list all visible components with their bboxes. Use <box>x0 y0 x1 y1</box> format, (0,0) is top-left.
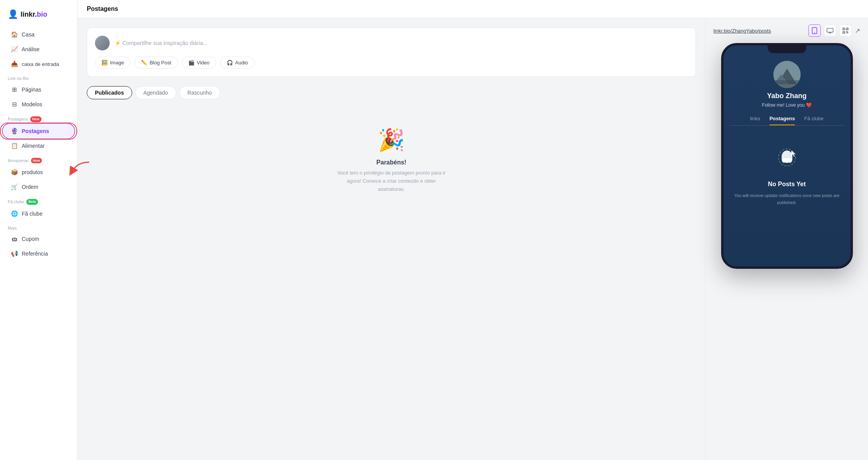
svg-rect-6 <box>844 29 844 29</box>
sidebar-item-casa[interactable]: 🏠 Casa <box>3 28 74 42</box>
logo-icon: 👤 <box>8 9 18 19</box>
postagens-icon: 🔮 <box>11 128 18 135</box>
post-type-audio[interactable]: 🎧 Audio <box>220 57 255 69</box>
desktop-icon <box>827 28 834 33</box>
phone-tabs: links Postagens Fã clube <box>730 116 844 126</box>
user-avatar <box>95 36 110 50</box>
video-emoji: 🎬 <box>188 60 195 66</box>
create-post-input-row: ⚡ Compartilhe sua inspiração diária... <box>95 36 688 50</box>
sidebar: 👤 linkr.bio 🏠 Casa 📈 Análise 📥 caixa de … <box>0 0 78 460</box>
tab-publicados[interactable]: Publicados <box>87 86 132 99</box>
sidebar-item-cupom[interactable]: 🎟 Cupom <box>3 232 74 246</box>
phone-no-posts-title: No Posts Yet <box>768 181 806 188</box>
blog-emoji: ✏️ <box>141 60 147 66</box>
sidebar-item-ordem[interactable]: 🛒 Ordem <box>3 180 74 194</box>
home-icon: 🏠 <box>11 31 18 38</box>
create-post-card: ⚡ Compartilhe sua inspiração diária... 🖼… <box>87 28 696 77</box>
armazenar-badge: New <box>31 158 42 164</box>
fa-clube-badge: Beta <box>26 199 38 205</box>
phone-tab-links[interactable]: links <box>750 116 760 125</box>
svg-rect-12 <box>773 80 801 88</box>
phone-content: Yabo Zhang Follow me! Love you ❤️ links … <box>723 53 851 266</box>
sidebar-item-alimentar[interactable]: 📋 Alimentar <box>3 139 74 153</box>
post-type-video[interactable]: 🎬 Video <box>182 57 216 69</box>
section-armazenar: Armazenar New <box>0 153 77 165</box>
referral-icon: 📢 <box>11 250 18 257</box>
content-area: ⚡ Compartilhe sua inspiração diária... 🖼… <box>78 18 868 460</box>
section-fa-clube: Fã clube Beta <box>0 194 77 206</box>
phone-empty-icon <box>773 143 801 175</box>
preview-actions: ↗ <box>808 24 860 37</box>
section-link-na-bio: Link na Bio <box>0 71 77 82</box>
avatar-image <box>773 61 801 88</box>
sidebar-item-referencia[interactable]: 📢 Referência <box>3 247 74 261</box>
svg-rect-7 <box>847 29 848 29</box>
topbar: Postagens <box>78 0 868 18</box>
sidebar-item-analise[interactable]: 📈 Análise <box>3 42 74 56</box>
chart-icon: 📈 <box>11 46 18 53</box>
preview-url-bar: linkr.bio/ZhangYabo/posts <box>713 24 860 37</box>
section-mais: Mais <box>0 221 77 232</box>
phone-no-posts-desc: You will receive update notifications on… <box>734 192 840 206</box>
svg-point-1 <box>814 32 815 33</box>
empty-state-description: Você tem o privilégio de postagem pronto… <box>333 169 450 193</box>
sidebar-item-paginas[interactable]: ⊞ Páginas <box>3 83 74 97</box>
phone-tab-postagens[interactable]: Postagens <box>770 116 795 125</box>
create-post-placeholder[interactable]: ⚡ Compartilhe sua inspiração diária... <box>114 40 688 46</box>
phone-notch <box>768 45 806 53</box>
sidebar-item-modelos[interactable]: ⊟ Modelos <box>3 97 74 111</box>
coupon-icon: 🎟 <box>11 236 18 242</box>
phone-mockup: Yabo Zhang Follow me! Love you ❤️ links … <box>721 43 853 269</box>
logo[interactable]: 👤 linkr.bio <box>0 6 77 27</box>
products-icon: 📦 <box>11 169 18 176</box>
tabs-row: Publicados Agendado Rascunho <box>87 86 696 99</box>
main-area: Postagens ⚡ Compartilhe sua inspiração d… <box>78 0 868 460</box>
no-posts-icon <box>773 143 801 170</box>
desktop-view-button[interactable] <box>824 24 836 37</box>
section-postagens: Postagens New <box>0 112 77 124</box>
post-type-image[interactable]: 🖼️ Image <box>95 57 131 69</box>
sidebar-item-caixa[interactable]: 📥 caixa de entrada <box>3 57 74 71</box>
pages-icon: ⊞ <box>11 86 18 93</box>
post-type-blog[interactable]: ✏️ Blog Post <box>134 57 178 69</box>
image-emoji: 🖼️ <box>102 60 108 66</box>
mobile-icon <box>812 27 817 34</box>
qr-code-button[interactable] <box>839 24 852 37</box>
tab-rascunho[interactable]: Rascunho <box>179 86 220 99</box>
qr-code-icon <box>842 28 849 34</box>
audio-emoji: 🎧 <box>227 60 233 66</box>
svg-rect-2 <box>827 28 833 32</box>
sidebar-item-postagens[interactable]: 🔮 Postagens <box>3 124 74 138</box>
page-title: Postagens <box>87 5 118 12</box>
right-panel: linkr.bio/ZhangYabo/posts <box>705 18 868 460</box>
post-type-buttons: 🖼️ Image ✏️ Blog Post 🎬 Video 🎧 Audio <box>95 57 688 69</box>
empty-state-title: Parabéns! <box>376 159 406 166</box>
phone-bio: Follow me! Love you ❤️ <box>762 102 811 108</box>
sidebar-item-produtos[interactable]: 📦 produtos <box>3 165 74 179</box>
postagens-badge: New <box>30 116 41 122</box>
phone-profile: Yabo Zhang Follow me! Love you ❤️ <box>730 61 844 108</box>
phone-username: Yabo Zhang <box>767 92 806 100</box>
preview-url[interactable]: linkr.bio/ZhangYabo/posts <box>713 28 804 34</box>
inbox-icon: 📥 <box>11 61 18 67</box>
phone-empty-state: No Posts Yet You will receive update not… <box>730 135 844 214</box>
logo-text: linkr.bio <box>21 10 47 19</box>
tab-agendado[interactable]: Agendado <box>135 86 176 99</box>
orders-icon: 🛒 <box>11 183 18 190</box>
share-button[interactable]: ↗ <box>855 27 860 35</box>
empty-state: 🎉 Parabéns! Você tem o privilégio de pos… <box>87 112 696 209</box>
feed-icon: 📋 <box>11 142 18 149</box>
mobile-view-button[interactable] <box>808 24 821 37</box>
center-panel: ⚡ Compartilhe sua inspiração diária... 🖼… <box>78 18 705 460</box>
empty-state-icon: 🎉 <box>378 127 405 153</box>
sidebar-item-fa-clube[interactable]: 🌐 Fã clube <box>3 207 74 221</box>
svg-rect-8 <box>844 32 844 33</box>
phone-avatar <box>773 61 801 88</box>
fan-club-icon: 🌐 <box>11 210 18 217</box>
templates-icon: ⊟ <box>11 101 18 108</box>
phone-tab-fa-clube[interactable]: Fã clube <box>804 116 823 125</box>
